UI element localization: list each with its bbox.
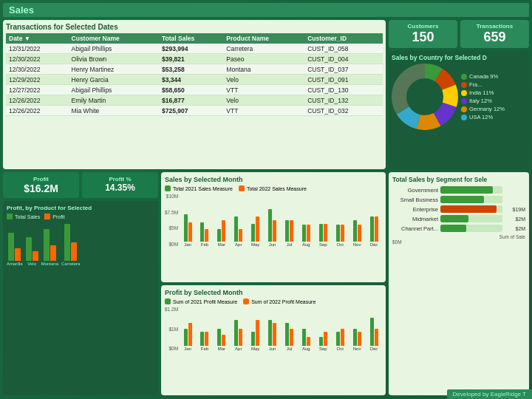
legend-canada: Canada 9%	[461, 73, 505, 80]
bar-2021	[302, 225, 306, 242]
profit-month-label: May	[251, 347, 259, 351]
segment-bar-fill	[440, 215, 468, 222]
bar-2021	[285, 220, 289, 242]
month-label: Oct	[337, 242, 344, 247]
segment-row: Enterprise $19M	[392, 205, 525, 213]
bar-2021	[370, 216, 374, 242]
profit-bar-2021	[353, 329, 357, 346]
profit-month-group: Dec	[366, 318, 382, 351]
table-row: 12/26/2022 Mia White $725,907 VTT CUST_I…	[6, 106, 383, 116]
legend-dot-canada	[461, 74, 467, 80]
segment-row: Small Business	[392, 196, 525, 203]
profit-month-group: Feb	[197, 332, 213, 351]
profit-value: $16.2M	[9, 183, 73, 194]
sales-month-group: Feb	[197, 222, 213, 247]
legend-germany: Germany 12%	[461, 106, 505, 112]
profit-month-label: Jun	[269, 347, 276, 351]
col-customer: Customer Name	[69, 33, 159, 44]
profit-month-label: Jan	[184, 347, 191, 351]
sales-month-group: Jul	[282, 220, 298, 247]
segment-panel: Total Sales by Segment for Sele Governme…	[389, 172, 529, 395]
bar-2021	[353, 220, 357, 242]
sales-month-group: Jan	[180, 214, 196, 247]
bar-2021	[251, 224, 255, 242]
legend-italy: Italy 12%	[461, 98, 505, 104]
profit-month-group: May	[248, 320, 264, 351]
legend-dot-profit	[44, 214, 50, 219]
main-grid: Transactions for Selected Dates Date ▼ C…	[3, 20, 529, 395]
bar-2021	[200, 222, 204, 242]
legend-profit-2022-label: Sum of 2022 Profit Measure	[251, 299, 316, 304]
month-label: Aug	[302, 242, 310, 247]
segment-bar-fill	[440, 225, 466, 232]
transactions-table: Date ▼ Customer Name Total Sales Product…	[6, 33, 383, 116]
legend-india: India 11%	[461, 89, 505, 96]
month-label: Jun	[269, 242, 276, 247]
legend-profit-2021-label: Sum of 2021 Profit Measure	[173, 299, 237, 304]
bar-2022	[341, 225, 344, 242]
product-label: Carretera	[61, 262, 80, 266]
donut-legend: Canada 9% Fra... India 11% Italy 12	[461, 73, 505, 120]
legend-dot-sales	[7, 214, 13, 219]
profit-bar-2021	[234, 320, 238, 346]
segment-bar-fill	[440, 205, 497, 213]
bar-2021	[268, 209, 272, 242]
legend-fra: Fra...	[461, 81, 505, 88]
legend-dot-germany	[461, 106, 467, 112]
footer: Developed by EagleRidge T	[447, 389, 532, 399]
product-bar-group: Amarilla	[7, 233, 23, 266]
segment-bar-bg	[440, 205, 502, 213]
bar-2021	[336, 225, 340, 242]
segment-label: Channel Part...	[392, 225, 438, 232]
segment-label: Small Business	[392, 197, 438, 203]
profit-bar-2021	[200, 332, 204, 346]
bar-2022	[375, 216, 378, 242]
profit-bar	[71, 242, 77, 261]
profit-cards: Profit $16.2M Profit % 14.35%	[3, 172, 158, 198]
transactions-scroll[interactable]: Date ▼ Customer Name Total Sales Product…	[6, 33, 383, 116]
sales-month-heading: Sales by Selected Month	[165, 176, 382, 183]
legend-2022-icon	[239, 185, 245, 191]
bar-2022	[358, 225, 361, 242]
donut-chart	[392, 64, 458, 130]
col-id: Customer_ID	[304, 33, 383, 44]
segment-rows: Government Small Business Enterprise $19…	[392, 186, 525, 232]
profit-pct-card: Profit % 14.35%	[82, 172, 158, 198]
profit-month-label: Nov	[353, 347, 361, 351]
donut-container: Canada 9% Fra... India 11% Italy 12	[392, 64, 526, 130]
profit-month-label: Jul	[287, 347, 293, 351]
profit-bar-2022	[307, 337, 310, 346]
product-heading: Profit, by Product for Selected	[7, 205, 154, 211]
segment-value: $2M	[505, 216, 525, 222]
col-date: Date ▼	[6, 33, 69, 44]
sales-month-group: May	[248, 216, 264, 247]
country-heading: Sales by Country for Selected D	[392, 54, 526, 61]
transactions-card: Transactions 659	[460, 20, 529, 48]
profit-month-group: Oct	[332, 329, 348, 351]
profit-month-label: Dec	[370, 347, 378, 351]
profit-bar-2022	[205, 332, 208, 346]
segment-row: Government	[392, 186, 525, 194]
profit-month-group: Sep	[315, 332, 331, 351]
segment-label: Midmarket	[392, 216, 438, 222]
profit-bar-2022	[341, 329, 344, 346]
bar-2022	[273, 220, 276, 242]
sales-month-legend: Total 2021 Sales Measure Total 2022 Sale…	[165, 185, 382, 191]
left-bottom: Profit $16.2M Profit % 14.35% Profit, by…	[3, 172, 158, 395]
bar-2022	[307, 225, 310, 242]
legend-profit-label: Profit	[52, 214, 64, 219]
kpi-cards: Customers 150 Transactions 659	[389, 20, 529, 48]
profit-bar-2022	[375, 329, 378, 346]
product-label: Montana	[41, 262, 58, 266]
segment-value: $19M	[505, 207, 525, 212]
dashboard: Sales Transactions for Selected Dates Da…	[0, 0, 532, 399]
sales-month-group: Jun	[265, 209, 281, 247]
profit-month-heading: Profit by Selected Month	[165, 289, 382, 296]
legend-2021-label: Total 2021 Sales Measure	[173, 186, 233, 191]
profit-bar-2021	[251, 332, 255, 346]
table-row: 12/30/2022 Olivia Brown $39,821 Paseo CU…	[6, 54, 383, 64]
sales-month-panel: Sales by Selected Month Total 2021 Sales…	[161, 172, 386, 282]
table-row: 12/27/2022 Abigail Phillips $58,650 VTT …	[6, 85, 383, 95]
svg-point-7	[409, 81, 441, 113]
segment-label: Government	[392, 187, 438, 194]
